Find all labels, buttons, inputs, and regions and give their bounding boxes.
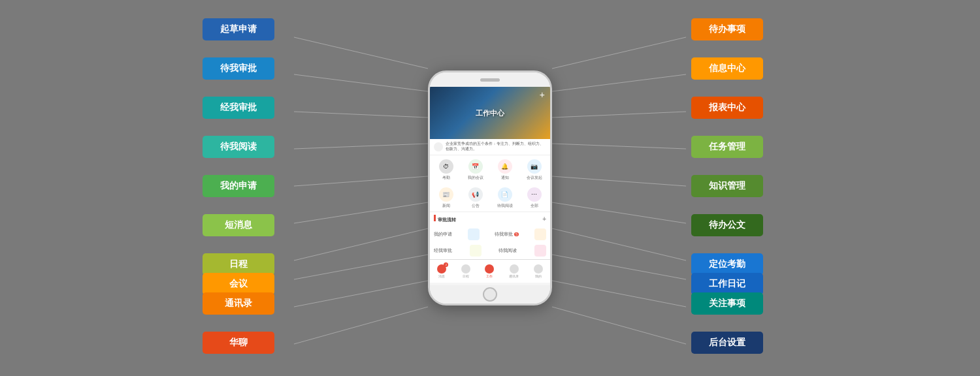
icon-notify-circle: 🔔 bbox=[498, 159, 512, 174]
btn-qicao[interactable]: 起草申请 bbox=[203, 18, 274, 40]
icon-all-circle: ⋯ bbox=[527, 187, 542, 202]
phone-mockup: 工作中心 + 企业家竞争成功的五个条件：专注力、判断力、组织力、创新力、沟通力。… bbox=[428, 70, 552, 306]
icon-meetstart: 📷 会议发起 bbox=[521, 159, 547, 181]
svg-line-7 bbox=[294, 255, 428, 279]
svg-line-6 bbox=[294, 228, 428, 260]
svg-line-0 bbox=[294, 37, 428, 69]
icon-notice-label: 公告 bbox=[472, 203, 480, 209]
phone-hero: 工作中心 + bbox=[430, 87, 550, 139]
phone-icons-row2: 📰 新闻 📢 公告 📄 待我阅读 ⋯ 全部 bbox=[430, 183, 550, 212]
btn-houtai[interactable]: 后台设置 bbox=[691, 332, 763, 354]
flow-icon-1 bbox=[468, 228, 480, 240]
nav-schedule: 日程 bbox=[461, 264, 470, 278]
flow-row-2: 经我审批 待我阅读 bbox=[434, 243, 546, 258]
nav-contacts-label: 通讯录 bbox=[509, 274, 519, 278]
flow-label-1: 我的申请 bbox=[434, 231, 452, 238]
icon-news: 📰 新闻 bbox=[433, 187, 459, 209]
icon-all: ⋯ 全部 bbox=[521, 187, 547, 209]
nav-messages: 2 消息 bbox=[437, 264, 446, 278]
notice-text: 企业家竞争成功的五个条件：专注力、判断力、组织力、创新力、沟通力。 bbox=[446, 142, 546, 152]
svg-line-17 bbox=[552, 255, 686, 279]
svg-line-4 bbox=[294, 176, 428, 186]
nav-contacts: 通讯录 bbox=[509, 264, 519, 278]
btn-huiyi[interactable]: 会议 bbox=[203, 273, 274, 295]
nav-work-icon bbox=[485, 264, 494, 274]
svg-line-3 bbox=[294, 144, 428, 149]
btn-daiyue[interactable]: 待我阅读 bbox=[203, 136, 274, 158]
svg-line-11 bbox=[552, 74, 686, 91]
phone-hero-title: 工作中心 bbox=[476, 108, 504, 118]
flow-label-3: 经我审批 bbox=[434, 247, 452, 254]
btn-tongxun[interactable]: 通讯录 bbox=[203, 292, 274, 315]
btn-guanzhu[interactable]: 关注事项 bbox=[691, 292, 763, 315]
btn-duan[interactable]: 短消息 bbox=[203, 214, 274, 236]
svg-line-19 bbox=[552, 307, 686, 344]
icon-meeting-circle: 📅 bbox=[468, 159, 483, 174]
phone-speaker bbox=[480, 78, 500, 82]
nav-work: 工作 bbox=[485, 264, 494, 278]
btn-daiban2[interactable]: 待办公文 bbox=[691, 214, 763, 236]
phone-icons-row1: ⏱ 考勤 📅 我的会议 🔔 通知 📷 会议发起 bbox=[430, 155, 550, 183]
btn-wode[interactable]: 我的申请 bbox=[203, 175, 274, 197]
icon-kaoquin: ⏱ 考勤 bbox=[433, 159, 459, 181]
nav-messages-label: 消息 bbox=[438, 274, 445, 278]
icon-notify: 🔔 通知 bbox=[491, 159, 518, 181]
phone-top-bar bbox=[430, 72, 550, 87]
phone-flow-items: 我的申请 待我审批 5 经我审批 待我阅读 bbox=[430, 226, 550, 259]
svg-line-13 bbox=[552, 144, 686, 149]
flow-label-4: 待我阅读 bbox=[498, 247, 517, 254]
nav-mine-icon bbox=[534, 264, 543, 274]
main-container: 工作中心 + 企业家竞争成功的五个条件：专注力、判断力、组织力、创新力、沟通力。… bbox=[0, 0, 980, 376]
notice-icon bbox=[434, 142, 443, 151]
nav-schedule-icon bbox=[461, 264, 470, 274]
icon-read-circle: 📄 bbox=[498, 187, 512, 202]
nav-mine: 我的 bbox=[534, 264, 543, 278]
flow-row-1: 我的申请 待我审批 5 bbox=[434, 227, 546, 242]
svg-line-12 bbox=[552, 112, 686, 118]
icon-meeting-label: 我的会议 bbox=[468, 175, 483, 181]
icon-meetstart-circle: 📷 bbox=[527, 159, 542, 174]
btn-daiban[interactable]: 待办事项 bbox=[691, 18, 763, 40]
flow-icon-4 bbox=[534, 245, 546, 257]
svg-line-10 bbox=[552, 37, 686, 69]
btn-baobiao[interactable]: 报表中心 bbox=[691, 97, 763, 119]
phone-notice: 企业家竞争成功的五个条件：专注力、判断力、组织力、创新力、沟通力。 bbox=[430, 139, 550, 155]
icon-all-label: 全部 bbox=[531, 203, 538, 209]
nav-contacts-icon bbox=[510, 264, 519, 274]
icon-notice: 📢 公告 bbox=[462, 187, 489, 209]
phone-hero-plus: + bbox=[540, 89, 545, 100]
btn-renwu[interactable]: 任务管理 bbox=[691, 136, 763, 158]
section-bar: 审批流转 bbox=[434, 215, 456, 223]
nav-mine-label: 我的 bbox=[535, 274, 542, 278]
svg-line-5 bbox=[294, 202, 428, 223]
btn-gongzuo[interactable]: 工作日记 bbox=[691, 273, 763, 295]
svg-line-9 bbox=[294, 307, 428, 344]
icon-kaoquin-circle: ⏱ bbox=[439, 159, 453, 174]
btn-daiwo[interactable]: 待我审批 bbox=[203, 57, 274, 80]
icon-news-circle: 📰 bbox=[439, 187, 453, 202]
nav-work-label: 工作 bbox=[486, 274, 493, 278]
btn-dingwei[interactable]: 定位考勤 bbox=[691, 253, 763, 275]
phone-screen: 工作中心 + 企业家竞争成功的五个条件：专注力、判断力、组织力、创新力、沟通力。… bbox=[430, 87, 550, 285]
svg-line-2 bbox=[294, 112, 428, 118]
btn-jingwo[interactable]: 经我审批 bbox=[203, 97, 274, 119]
icon-notice-circle: 📢 bbox=[468, 187, 483, 202]
phone-bottom-bar bbox=[430, 285, 550, 304]
btn-xinxi[interactable]: 信息中心 bbox=[691, 57, 763, 80]
phone-bottom-nav: 2 消息 日程 工作 通讯录 我的 bbox=[430, 259, 550, 283]
icon-read-label: 待我阅读 bbox=[497, 203, 513, 209]
svg-line-18 bbox=[552, 281, 686, 307]
svg-line-8 bbox=[294, 281, 428, 307]
phone-home-button[interactable] bbox=[483, 287, 497, 302]
phone-section-header: 审批流转 + bbox=[430, 212, 550, 226]
btn-zhishi[interactable]: 知识管理 bbox=[691, 175, 763, 197]
btn-richeng[interactable]: 日程 bbox=[203, 253, 274, 275]
icon-meeting: 📅 我的会议 bbox=[462, 159, 489, 181]
nav-schedule-label: 日程 bbox=[463, 274, 469, 278]
icon-notify-label: 通知 bbox=[501, 175, 509, 181]
flow-icon-3 bbox=[470, 245, 482, 257]
btn-hua[interactable]: 华聊 bbox=[203, 332, 274, 354]
icon-kaoquin-label: 考勤 bbox=[442, 175, 450, 181]
section-plus: + bbox=[542, 215, 546, 223]
icon-news-label: 新闻 bbox=[442, 203, 450, 209]
